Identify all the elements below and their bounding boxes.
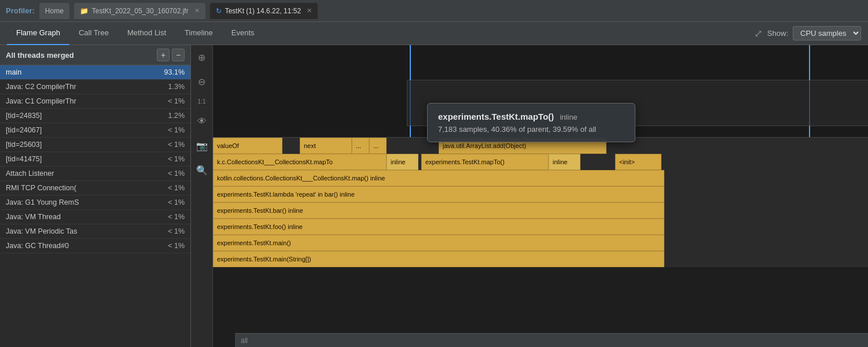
- thread-pct: < 1%: [159, 155, 185, 163]
- thread-item[interactable]: Java: G1 Young RemS< 1%: [0, 195, 190, 210]
- all-label: all: [241, 337, 248, 345]
- thread-item[interactable]: Java: C2 CompilerThr1.3%: [0, 80, 190, 94]
- flame-spacer: [282, 138, 300, 154]
- flame-area: valueOfnext......java.util.ArrayList.add…: [213, 45, 868, 347]
- flame-block[interactable]: k.c.CollectionsKt___CollectionsKt.mapTo: [213, 154, 387, 170]
- refresh-icon: ↻: [216, 7, 222, 15]
- tooltip-qualifier: inline: [560, 113, 577, 121]
- thread-pct: < 1%: [159, 169, 185, 178]
- close-file-tab-icon[interactable]: ✕: [194, 7, 200, 14]
- remove-thread-button[interactable]: −: [172, 49, 185, 61]
- thread-name: [tid=24067]: [6, 126, 159, 134]
- thread-item[interactable]: Attach Listener< 1%: [0, 167, 190, 181]
- main-content: All threads merged + − main93.1%Java: C2…: [0, 45, 868, 347]
- thread-name: Java: C1 CompilerThr: [6, 97, 159, 105]
- thread-item[interactable]: main93.1%: [0, 65, 190, 80]
- thread-name: [tid=41475]: [6, 155, 159, 163]
- thread-list: main93.1%Java: C2 CompilerThr1.3%Java: C…: [0, 65, 190, 347]
- thread-pct: < 1%: [159, 198, 185, 206]
- tab-flame-graph[interactable]: Flame Graph: [7, 22, 69, 45]
- flame-block[interactable]: experiments.TestKt.mapTo(): [421, 154, 549, 170]
- flame-block[interactable]: experiments.TestKt.main(): [213, 235, 664, 251]
- tooltip-title: experiments.TestKt.mapTo() inline: [438, 112, 624, 121]
- flame-block[interactable]: kotlin.collections.CollectionsKt___Colle…: [213, 170, 664, 186]
- flame-rows: valueOfnext......java.util.ArrayList.add…: [213, 138, 868, 267]
- ratio-label: 1:1: [198, 98, 206, 105]
- thread-item[interactable]: [tid=25603]< 1%: [0, 138, 190, 152]
- thread-name: Java: C2 CompilerThr: [6, 83, 159, 91]
- flame-block[interactable]: experiments.TestKt.bar() inline: [213, 202, 664, 219]
- bottom-bar: all: [235, 333, 868, 347]
- flame-row[interactable]: experiments.TestKt.lambda 'repeat' in ba…: [213, 186, 868, 202]
- flame-row[interactable]: experiments.TestKt.main(): [213, 235, 868, 251]
- flame-spacer: [580, 154, 615, 170]
- flame-block[interactable]: ...: [369, 138, 387, 154]
- thread-pct: < 1%: [159, 213, 185, 221]
- thread-pct: < 1%: [159, 242, 185, 250]
- tooltip-detail: 7,183 samples, 40.36% of parent, 39.59% …: [438, 125, 624, 134]
- flame-block[interactable]: experiments.TestKt.main(String[]): [213, 251, 664, 267]
- thread-pct: < 1%: [159, 141, 185, 149]
- toolbar: Flame Graph Call Tree Method List Timeli…: [0, 22, 868, 45]
- thread-name: Attach Listener: [6, 169, 159, 178]
- thread-name: main: [6, 68, 159, 76]
- thread-name: Java: VM Thread: [6, 213, 159, 221]
- thread-pct: 1.2%: [159, 112, 185, 120]
- thread-item[interactable]: [tid=24835]1.2%: [0, 109, 190, 123]
- thread-item[interactable]: [tid=41475]< 1%: [0, 152, 190, 167]
- flame-row[interactable]: k.c.CollectionsKt___CollectionsKt.mapToi…: [213, 154, 868, 170]
- flame-block[interactable]: inline: [387, 154, 418, 170]
- tab-events[interactable]: Events: [222, 22, 264, 45]
- thread-item[interactable]: Java: VM Thread< 1%: [0, 210, 190, 224]
- zoom-in-icon[interactable]: ⊕: [194, 50, 209, 65]
- thread-item[interactable]: Java: C1 CompilerThr< 1%: [0, 94, 190, 109]
- flame-block[interactable]: inline: [549, 154, 580, 170]
- thread-pct: < 1%: [159, 126, 185, 134]
- thread-name: [tid=24835]: [6, 112, 159, 120]
- thread-item[interactable]: Java: GC Thread#0< 1%: [0, 239, 190, 253]
- home-tab[interactable]: Home: [39, 3, 69, 19]
- flame-block[interactable]: ...: [352, 138, 369, 154]
- active-tab[interactable]: ↻ TestKt (1) 14.6.22, 11:52 ✕: [210, 3, 318, 19]
- left-panel: All threads merged + − main93.1%Java: C2…: [0, 45, 191, 347]
- thread-pct: 93.1%: [159, 68, 185, 76]
- tab-method-list[interactable]: Method List: [118, 22, 175, 45]
- flame-block[interactable]: valueOf: [213, 138, 282, 154]
- thread-pct: 1.3%: [159, 83, 185, 91]
- tab-call-tree[interactable]: Call Tree: [69, 22, 118, 45]
- thread-item[interactable]: [tid=24067]< 1%: [0, 123, 190, 138]
- zoom-out-icon[interactable]: ⊖: [194, 74, 209, 89]
- folder-icon: 📁: [80, 7, 89, 15]
- flame-block[interactable]: experiments.TestKt.foo() inline: [213, 219, 664, 235]
- file-tab[interactable]: 📁 TestKt_2022_05_30_160702.jfr ✕: [74, 3, 205, 19]
- thread-name: Java: G1 Young RemS: [6, 198, 159, 206]
- tab-timeline[interactable]: Timeline: [175, 22, 222, 45]
- flame-block[interactable]: experiments.TestKt.lambda 'repeat' in ba…: [213, 186, 664, 202]
- thread-name: Java: VM Periodic Tas: [6, 227, 159, 235]
- flame-block[interactable]: <init>: [615, 154, 661, 170]
- tooltip: experiments.TestKt.mapTo() inline 7,183 …: [427, 103, 635, 142]
- panel-title: All threads merged: [6, 51, 74, 60]
- title-bar: Profiler: Home 📁 TestKt_2022_05_30_16070…: [0, 0, 868, 22]
- thread-name: RMI TCP Connection(: [6, 184, 159, 192]
- flame-row[interactable]: experiments.TestKt.bar() inline: [213, 202, 868, 219]
- thread-pct: < 1%: [159, 184, 185, 192]
- thread-pct: < 1%: [159, 97, 185, 105]
- panel-header: All threads merged + −: [0, 45, 190, 65]
- flame-row[interactable]: experiments.TestKt.foo() inline: [213, 219, 868, 235]
- add-thread-button[interactable]: +: [157, 49, 170, 61]
- thread-item[interactable]: Java: VM Periodic Tas< 1%: [0, 224, 190, 239]
- camera-icon[interactable]: 📷: [194, 138, 209, 153]
- show-label: Show:: [767, 29, 788, 38]
- flame-row[interactable]: kotlin.collections.CollectionsKt___Colle…: [213, 170, 868, 186]
- close-active-tab-icon[interactable]: ✕: [307, 7, 312, 14]
- flame-block[interactable]: next: [300, 138, 352, 154]
- thread-item[interactable]: RMI TCP Connection(< 1%: [0, 181, 190, 195]
- eye-icon[interactable]: 👁: [194, 114, 209, 129]
- search-icon[interactable]: 🔍: [194, 163, 209, 178]
- show-dropdown[interactable]: CPU samples: [793, 26, 861, 40]
- expand-icon[interactable]: ⤢: [754, 27, 763, 40]
- flame-row[interactable]: experiments.TestKt.main(String[]): [213, 251, 868, 267]
- thread-pct: < 1%: [159, 227, 185, 235]
- right-panel: ⊕ ⊖ 1:1 👁 📷 🔍 valueOfnext......java.util…: [191, 45, 868, 347]
